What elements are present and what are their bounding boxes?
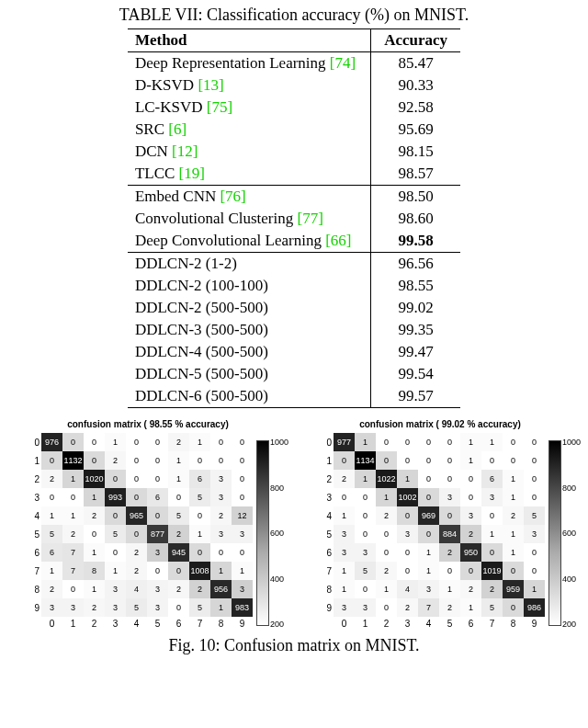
cm-cell: 1 bbox=[334, 506, 355, 525]
cm-cell: 3 bbox=[62, 598, 84, 617]
accuracy-cell: 99.58 bbox=[371, 230, 460, 253]
cm-row: 9332353051983 bbox=[27, 598, 253, 617]
cm-row: 8201343229563 bbox=[27, 580, 253, 598]
cm-cell: 3 bbox=[334, 525, 355, 543]
cm-cell: 1 bbox=[460, 598, 481, 617]
cm-cell: 1020 bbox=[84, 470, 105, 488]
cm-cell: 3 bbox=[210, 488, 232, 506]
cm-cell: 5 bbox=[524, 506, 545, 525]
cm-cell: 969 bbox=[418, 506, 439, 525]
cm-cell: 3 bbox=[524, 525, 545, 543]
method-text: D-KSVD bbox=[135, 76, 198, 94]
cm-cell: 0 bbox=[460, 470, 481, 488]
cm-cell: 0 bbox=[147, 451, 168, 470]
confusion-matrix-title: confusion matrix ( 99.02 % accuracy) bbox=[359, 419, 521, 429]
cm-row: 9330272150986 bbox=[319, 598, 545, 617]
cm-cell: 0 bbox=[62, 580, 84, 598]
citation: [13] bbox=[198, 76, 223, 94]
cm-cell: 0 bbox=[524, 488, 545, 506]
cm-cell: 884 bbox=[439, 525, 460, 543]
cm-cell: 3 bbox=[397, 525, 418, 543]
accuracy-cell: 99.35 bbox=[371, 319, 460, 341]
cm-cell: 1 bbox=[105, 433, 126, 451]
cm-cell: 3 bbox=[334, 543, 355, 562]
cm-cell: 0 bbox=[232, 433, 253, 451]
cm-cell: 5 bbox=[189, 488, 210, 506]
cm-cell: 2 bbox=[481, 580, 503, 598]
colorbar: 1000800600400200 bbox=[256, 440, 269, 626]
cm-cell: 976 bbox=[41, 433, 62, 451]
cm-xlabel: 1 bbox=[355, 617, 376, 629]
cm-cell: 945 bbox=[168, 543, 189, 562]
cm-cell: 2 bbox=[189, 580, 210, 598]
accuracy-cell: 98.57 bbox=[371, 163, 460, 186]
method-text: SRC bbox=[135, 120, 168, 138]
citation: [75] bbox=[207, 98, 232, 116]
cm-xlabel: 8 bbox=[210, 617, 232, 629]
citation: [12] bbox=[172, 142, 198, 160]
method-text: DDLCN-4 (500-500) bbox=[135, 343, 268, 360]
cm-cell: 965 bbox=[126, 506, 147, 525]
cm-cell: 877 bbox=[147, 525, 168, 543]
accuracy-cell: 99.54 bbox=[371, 363, 460, 385]
table-row: SRC [6]95.69 bbox=[128, 119, 460, 141]
colorbar: 1000800600400200 bbox=[548, 440, 561, 626]
colorbar-tick: 400 bbox=[562, 574, 581, 584]
cm-cell: 0 bbox=[524, 562, 545, 580]
cm-cell: 1 bbox=[481, 525, 503, 543]
cm-cell: 1 bbox=[355, 470, 376, 488]
cm-row: 8101431229591 bbox=[319, 580, 545, 598]
colorbar-tick: 1000 bbox=[562, 438, 581, 447]
table-row: DCN [12]98.15 bbox=[128, 141, 460, 163]
accuracy-cell: 98.55 bbox=[371, 275, 460, 297]
confusion-matrix-title: confusion matrix ( 98.55 % accuracy) bbox=[67, 419, 229, 429]
accuracy-cell: 98.15 bbox=[371, 141, 460, 163]
cm-cell: 0 bbox=[189, 506, 210, 525]
cm-cell: 950 bbox=[460, 543, 481, 562]
cm-cell: 0 bbox=[439, 506, 460, 525]
table-row: DDLCN-4 (500-500)99.47 bbox=[128, 341, 460, 363]
cm-xlabel: 3 bbox=[105, 617, 126, 629]
cm-cell: 0 bbox=[126, 451, 147, 470]
cm-row: 10113400001000 bbox=[319, 451, 545, 470]
method-cell: SRC [6] bbox=[128, 119, 371, 141]
cm-row: 22110221000610 bbox=[319, 470, 545, 488]
cm-cell: 0 bbox=[334, 488, 355, 506]
cm-ylabel: 5 bbox=[319, 529, 334, 540]
cm-cell: 3 bbox=[105, 580, 126, 598]
cm-cell: 0 bbox=[376, 525, 397, 543]
accuracy-cell: 98.60 bbox=[371, 208, 460, 230]
cm-cell: 0 bbox=[126, 525, 147, 543]
cm-cell: 1 bbox=[418, 543, 439, 562]
method-cell: LC-KSVD [75] bbox=[128, 97, 371, 119]
cm-cell: 0 bbox=[397, 451, 418, 470]
cm-cell: 0 bbox=[147, 470, 168, 488]
cm-cell: 1 bbox=[503, 488, 524, 506]
accuracy-cell: 85.47 bbox=[371, 52, 460, 75]
cm-cell: 0 bbox=[334, 451, 355, 470]
cm-row: 5520508772133 bbox=[27, 525, 253, 543]
cm-cell: 0 bbox=[41, 488, 62, 506]
cm-cell: 0 bbox=[147, 433, 168, 451]
cm-cell: 1 bbox=[376, 488, 397, 506]
method-cell: DDLCN-6 (500-500) bbox=[128, 385, 371, 408]
cm-cell: 3 bbox=[147, 598, 168, 617]
cm-cell: 3 bbox=[147, 543, 168, 562]
cm-cell: 0 bbox=[418, 433, 439, 451]
cm-cell: 2 bbox=[460, 525, 481, 543]
method-cell: DDLCN-2 (500-500) bbox=[128, 297, 371, 319]
cm-xlabel: 0 bbox=[41, 617, 62, 629]
cm-cell: 0 bbox=[439, 562, 460, 580]
cm-cell: 1 bbox=[397, 470, 418, 488]
cm-cell: 0 bbox=[232, 451, 253, 470]
cm-cell: 2 bbox=[168, 433, 189, 451]
cm-cell: 1 bbox=[210, 562, 232, 580]
cm-row: 4102096903025 bbox=[319, 506, 545, 525]
cm-cell: 2 bbox=[503, 506, 524, 525]
method-text: DDLCN-2 (500-500) bbox=[135, 299, 268, 316]
colorbar-tick: 400 bbox=[270, 574, 288, 584]
cm-cell: 1 bbox=[168, 470, 189, 488]
cm-cell: 0 bbox=[481, 451, 503, 470]
method-cell: Convolutional Clustering [77] bbox=[128, 208, 371, 230]
cm-ylabel: 3 bbox=[319, 493, 334, 503]
